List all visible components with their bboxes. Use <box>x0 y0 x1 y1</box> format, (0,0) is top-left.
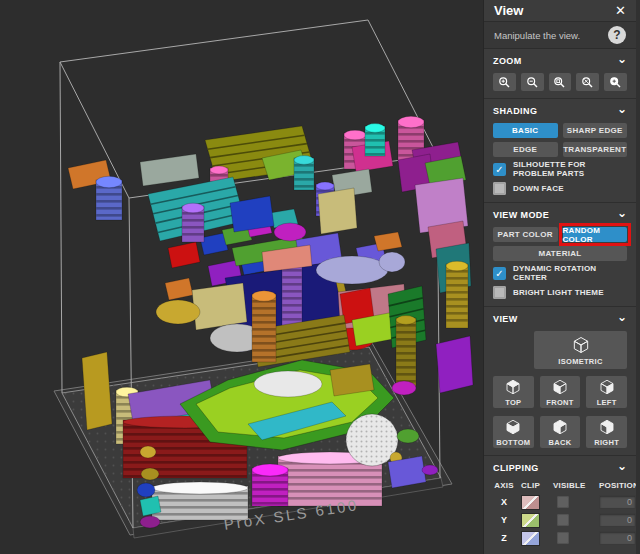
right-view-button[interactable]: RIGHT <box>586 416 627 448</box>
view-panel: View ✕ Manipulate the view. ? ZOOM ⌄ <box>483 0 640 554</box>
cube-top-icon <box>504 378 522 396</box>
cube-bottom-icon <box>504 418 522 436</box>
clipping-table: AXIS CLIP VISIBLE POSITION X 0 inch Y 0 <box>493 479 627 547</box>
clip-header-position: POSITION <box>599 481 639 490</box>
build-scene: ProX SLS 6100 <box>0 0 483 554</box>
back-view-button[interactable]: BACK <box>540 416 581 448</box>
down-face-checkbox[interactable] <box>493 182 506 195</box>
position-x-input[interactable]: 0 <box>599 495 636 509</box>
help-icon[interactable]: ? <box>608 26 626 44</box>
section-view: VIEW ⌄ ISOMETRIC TOP FRONT <box>484 307 636 456</box>
cube-isometric-icon <box>571 335 591 355</box>
zoom-window-button[interactable] <box>549 73 572 91</box>
shading-section-label: SHADING <box>493 106 537 116</box>
panel-header: View ✕ <box>484 0 636 22</box>
axis-y-label: Y <box>493 515 515 525</box>
zoom-out-icon <box>526 76 539 89</box>
cube-front-icon <box>551 378 569 396</box>
clip-y-swatch[interactable] <box>521 513 540 528</box>
position-y-input[interactable]: 0 <box>599 513 636 527</box>
shading-basic-button[interactable]: BASIC <box>493 123 558 138</box>
bright-light-checkbox-label: BRIGHT LIGHT THEME <box>513 288 604 297</box>
part-color-button[interactable]: PART COLOR <box>493 227 558 242</box>
clip-header-axis: AXIS <box>493 481 515 490</box>
visible-x-checkbox[interactable] <box>557 496 569 508</box>
zoom-in-button[interactable] <box>493 73 516 91</box>
shading-transparent-button[interactable]: TRANSPARENT <box>563 142 628 157</box>
3d-viewport[interactable]: ProX SLS 6100 <box>0 0 483 554</box>
section-view-mode: VIEW MODE ⌄ PART COLOR RANDOM COLOR MATE… <box>484 203 636 307</box>
section-clipping: CLIPPING ⌄ AXIS CLIP VISIBLE POSITION X … <box>484 456 636 554</box>
top-view-button[interactable]: TOP <box>493 376 534 408</box>
panel-subtitle-row: Manipulate the view. ? <box>484 22 636 49</box>
left-view-button[interactable]: LEFT <box>586 376 627 408</box>
silhouette-checkbox-label: SILHOUETTE FOR PROBLEM PARTS <box>513 160 627 178</box>
dynamic-rotation-checkbox-row: ✓ DYNAMIC ROTATION CENTER <box>493 266 627 280</box>
material-button[interactable]: MATERIAL <box>493 246 627 261</box>
cube-back-icon <box>551 418 569 436</box>
section-zoom: ZOOM ⌄ <box>484 49 636 99</box>
bright-light-checkbox[interactable] <box>493 286 506 299</box>
isometric-view-button[interactable]: ISOMETRIC <box>534 331 627 369</box>
visible-z-checkbox[interactable] <box>557 532 569 544</box>
zoom-window-icon <box>553 76 566 89</box>
clip-header-clip: CLIP <box>521 481 547 490</box>
zoom-in-icon <box>498 76 511 89</box>
bright-light-checkbox-row: BRIGHT LIGHT THEME <box>493 285 627 299</box>
zoom-out-button[interactable] <box>521 73 544 91</box>
chevron-down-icon[interactable]: ⌄ <box>617 56 627 62</box>
clip-header-visible: VISIBLE <box>553 481 593 490</box>
visible-y-checkbox[interactable] <box>557 514 569 526</box>
section-shading: SHADING ⌄ BASIC SHARP EDGE EDGE TRANSPAR… <box>484 99 636 203</box>
clip-row-y: Y 0 inch <box>493 511 627 529</box>
chevron-down-icon[interactable]: ⌄ <box>617 463 627 469</box>
zoom-buttons <box>493 73 627 91</box>
chevron-down-icon[interactable]: ⌄ <box>617 314 627 320</box>
bottom-view-button[interactable]: BOTTOM <box>493 416 534 448</box>
zoom-extents-button[interactable] <box>576 73 599 91</box>
clip-row-x: X 0 inch <box>493 493 627 511</box>
clip-z-swatch[interactable] <box>521 531 540 546</box>
shading-edge-button[interactable]: EDGE <box>493 142 558 157</box>
clip-x-swatch[interactable] <box>521 495 540 510</box>
down-face-checkbox-label: DOWN FACE <box>513 184 564 193</box>
position-z-input[interactable]: 0 <box>599 531 636 545</box>
silhouette-checkbox-row: ✓ SILHOUETTE FOR PROBLEM PARTS <box>493 162 627 176</box>
dynamic-rotation-checkbox[interactable]: ✓ <box>493 267 506 280</box>
panel-subtitle: Manipulate the view. <box>494 30 580 41</box>
chevron-down-icon[interactable]: ⌄ <box>617 210 627 216</box>
random-color-button[interactable]: RANDOM COLOR <box>563 227 628 242</box>
down-face-checkbox-row: DOWN FACE <box>493 181 627 195</box>
view-mode-section-label: VIEW MODE <box>493 210 549 220</box>
zoom-extents-icon <box>581 76 594 89</box>
zoom-section-label: ZOOM <box>493 56 522 66</box>
dynamic-rotation-checkbox-label: DYNAMIC ROTATION CENTER <box>513 264 627 282</box>
cube-right-icon <box>598 418 616 436</box>
panel-title: View <box>494 3 523 18</box>
front-view-button[interactable]: FRONT <box>540 376 581 408</box>
zoom-selected-button[interactable] <box>604 73 627 91</box>
zoom-selected-icon <box>609 76 622 89</box>
close-icon[interactable]: ✕ <box>615 4 626 17</box>
view-section-label: VIEW <box>493 314 518 324</box>
parts-pile[interactable] <box>68 116 473 528</box>
silhouette-checkbox[interactable]: ✓ <box>493 163 506 176</box>
clipping-section-label: CLIPPING <box>493 463 539 473</box>
app-window: ProX SLS 6100 View ✕ Manipulate the view… <box>0 0 640 554</box>
clip-row-z: Z 0 inch <box>493 529 627 547</box>
axis-z-label: Z <box>493 533 515 543</box>
axis-x-label: X <box>493 497 515 507</box>
chevron-down-icon[interactable]: ⌄ <box>617 106 627 112</box>
shading-sharp-edge-button[interactable]: SHARP EDGE <box>563 123 628 138</box>
cube-left-icon <box>598 378 616 396</box>
